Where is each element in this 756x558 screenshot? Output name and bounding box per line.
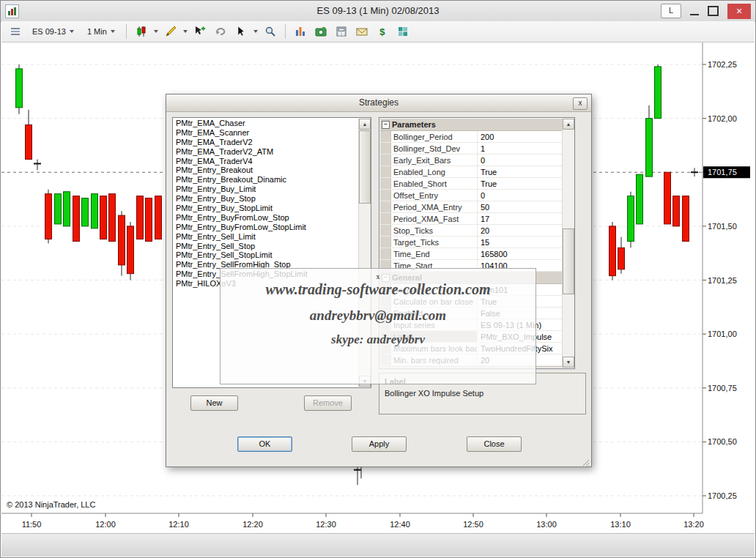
chart-copyright: © 2013 NinjaTrader, LLC xyxy=(7,500,95,509)
row-gutter xyxy=(380,237,391,248)
snapshot-icon[interactable] xyxy=(313,24,329,39)
scrollbar-thumb[interactable] xyxy=(563,228,574,294)
resize-grip[interactable] xyxy=(581,456,590,465)
property-value[interactable]: 200 xyxy=(478,131,562,142)
remove-button[interactable]: Remove xyxy=(304,395,352,411)
property-value[interactable]: 0 xyxy=(478,190,562,201)
strategy-list-item[interactable]: PMtr_Entry_Breakout xyxy=(174,165,358,175)
minimize-icon[interactable] xyxy=(690,7,699,15)
property-row[interactable]: Period_XMA_Fast17 xyxy=(380,213,562,225)
property-value[interactable]: 15 xyxy=(478,237,562,248)
strategy-list-item[interactable]: PMtr_Entry_Sell_Limit xyxy=(174,232,358,242)
data-series-icon[interactable] xyxy=(292,24,308,39)
property-value[interactable]: 50 xyxy=(478,201,562,212)
dollar-icon[interactable]: $ xyxy=(374,24,390,39)
property-name: Period_XMA_Entry xyxy=(391,201,478,212)
toolbar-separator xyxy=(126,24,127,39)
dialog-titlebar[interactable]: Strategies x xyxy=(166,94,591,112)
strategy-list-item[interactable]: PMtr_Entry_BuyFromLow_StopLimit xyxy=(174,223,358,232)
property-value[interactable]: 0 xyxy=(478,155,562,165)
strategy-list-item[interactable]: PMtr_Entry_Sell_Stop xyxy=(174,242,358,251)
svg-text:12:50: 12:50 xyxy=(463,520,483,529)
property-row[interactable]: Bollinger_Std_Dev1 xyxy=(380,143,562,155)
property-name: Enabled_Long xyxy=(391,166,478,177)
strategy-list-item[interactable]: PMtr_EMA_Chaser xyxy=(174,119,358,128)
undo-icon[interactable] xyxy=(212,24,229,39)
strategy-list-item[interactable]: PMtr_Entry_Sell_StopLimit xyxy=(174,250,358,260)
watermark-email: andreybbrv@gmail.com xyxy=(220,308,536,324)
property-value[interactable]: True xyxy=(478,178,562,189)
row-gutter xyxy=(380,166,391,177)
strategy-list-item[interactable]: PMtr_EMA_TraderV4 xyxy=(174,157,358,166)
strategy-list-item[interactable]: PMtr_EMA_TraderV2_ATM xyxy=(174,147,358,157)
apply-button[interactable]: Apply xyxy=(352,436,407,452)
strategy-list-item[interactable]: PMtr_Entry_BuyFromLow_Stop xyxy=(174,213,358,223)
property-row[interactable]: Stop_Ticks20 xyxy=(380,225,562,237)
scroll-up-icon[interactable]: ▲ xyxy=(359,119,371,130)
link-button[interactable]: L xyxy=(661,4,681,18)
property-value[interactable]: True xyxy=(478,166,562,177)
svg-text:1701,00: 1701,00 xyxy=(708,330,737,338)
row-gutter xyxy=(380,190,391,201)
property-row[interactable]: Bollinger_Period200 xyxy=(380,131,562,143)
new-button[interactable]: New xyxy=(190,395,238,411)
instrument-selector[interactable]: ES 09-13 xyxy=(28,25,78,38)
property-row[interactable]: Target_Ticks15 xyxy=(380,237,562,248)
chart-style-icon[interactable] xyxy=(133,24,149,39)
property-name: Time_End xyxy=(391,248,478,259)
zoom-icon[interactable] xyxy=(262,24,278,39)
property-row[interactable]: Enabled_ShortTrue xyxy=(380,178,562,190)
close-window-icon[interactable]: × xyxy=(727,4,751,19)
interval-selector[interactable]: 1 Min xyxy=(83,25,119,38)
property-row[interactable]: Time_End165800 xyxy=(380,248,562,260)
calculator-grid-icon[interactable] xyxy=(333,24,349,39)
maximize-icon[interactable] xyxy=(708,6,719,16)
strategy-list-item[interactable]: PMtr_EMA_TraderV2 xyxy=(174,138,358,147)
dialog-close-icon[interactable]: x xyxy=(573,97,588,110)
scrollbar-thumb[interactable] xyxy=(359,130,371,204)
strategy-list-item[interactable]: PMtr_EMA_Scanner xyxy=(174,128,358,138)
watermark-skype: skype: andreybbrv xyxy=(220,332,536,347)
property-row[interactable]: Enabled_LongTrue xyxy=(380,166,562,178)
svg-text:11:50: 11:50 xyxy=(22,520,42,529)
chevron-down-icon[interactable] xyxy=(183,30,188,33)
property-row[interactable]: Period_XMA_Entry50 xyxy=(380,201,562,213)
scroll-down-icon[interactable]: ▼ xyxy=(563,357,574,368)
property-value[interactable]: 1 xyxy=(478,143,562,154)
strategy-list-item[interactable]: PMtr_Entry_Buy_Stop xyxy=(174,194,358,204)
row-gutter xyxy=(380,178,391,189)
svg-text:13:10: 13:10 xyxy=(610,520,631,529)
window-grid-icon[interactable] xyxy=(395,24,411,39)
cursor-pointer-icon[interactable] xyxy=(233,24,249,39)
strategy-list-item[interactable]: PMtr_Entry_Buy_Limit xyxy=(174,185,358,194)
instrument-selector-label: ES 09-13 xyxy=(32,27,66,36)
collapse-icon[interactable]: − xyxy=(382,121,390,129)
property-value[interactable]: 17 xyxy=(478,213,562,224)
toolbar-separator xyxy=(285,24,286,39)
property-value[interactable]: 165800 xyxy=(478,248,562,259)
property-row[interactable]: Early_Exit_Bars0 xyxy=(380,155,562,166)
close-button[interactable]: Close xyxy=(467,436,522,452)
property-section-header[interactable]: −Parameters xyxy=(380,119,562,131)
watermark-site: www.trading-software-collection.com xyxy=(220,281,536,298)
svg-text:1702,00: 1702,00 xyxy=(708,114,737,123)
window-footer xyxy=(1,533,755,557)
ok-button[interactable]: OK xyxy=(237,436,292,452)
strategy-list-item[interactable]: PMtr_Entry_Breakout_Dinamic xyxy=(174,175,358,185)
mail-icon[interactable] xyxy=(354,24,370,39)
add-indicator-icon[interactable] xyxy=(192,24,208,39)
scroll-up-icon[interactable]: ▲ xyxy=(563,119,574,130)
row-gutter xyxy=(380,155,391,165)
chevron-down-icon[interactable] xyxy=(253,30,258,33)
row-gutter xyxy=(380,225,391,236)
property-grid-scrollbar[interactable]: ▲ ▼ xyxy=(562,119,574,368)
strategies-dialog: Strategies x PMtr_EMA_ChaserPMtr_EMA_Sca… xyxy=(166,94,592,467)
chevron-down-icon[interactable] xyxy=(154,30,158,33)
watermark-overlay: x www.trading-software-collection.com an… xyxy=(220,268,536,384)
property-value[interactable]: 20 xyxy=(478,225,562,236)
property-row[interactable]: Offset_Entry0 xyxy=(380,190,562,201)
strategy-list-item[interactable]: PMtr_Entry_Buy_StopLimit xyxy=(174,204,358,213)
window-titlebar[interactable]: ES 09-13 (1 Min) 02/08/2013 L × xyxy=(1,1,755,22)
pencil-draw-icon[interactable] xyxy=(163,24,179,39)
chart-lines-icon[interactable] xyxy=(7,24,23,39)
